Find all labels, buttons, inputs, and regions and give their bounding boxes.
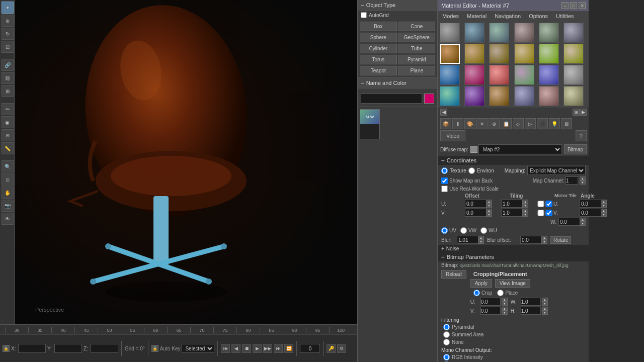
crop-v-up[interactable]: ▲ bbox=[502, 307, 508, 311]
rgb-intensity-radio[interactable] bbox=[443, 354, 450, 360]
u-offset-down[interactable]: ▼ bbox=[486, 204, 492, 208]
swatch-21[interactable] bbox=[514, 86, 534, 106]
modes-menu[interactable]: Modes bbox=[438, 12, 463, 20]
stop-btn[interactable]: ⏹ bbox=[242, 344, 251, 353]
grid-toggle-icon[interactable]: ⊞ bbox=[573, 109, 580, 116]
w-angle-input[interactable] bbox=[558, 218, 580, 226]
x-input[interactable] bbox=[18, 344, 46, 353]
v-angle-input[interactable] bbox=[580, 209, 601, 217]
close-btn[interactable]: ✕ bbox=[579, 2, 586, 9]
crop-w-down[interactable]: ▼ bbox=[542, 302, 548, 306]
u-tiling-up[interactable]: ▲ bbox=[522, 200, 528, 204]
torus-btn[interactable]: Torus bbox=[360, 55, 397, 64]
swatch-16[interactable] bbox=[539, 65, 559, 85]
maximize-btn[interactable]: □ bbox=[570, 2, 577, 9]
collapse-btn[interactable]: – bbox=[361, 2, 364, 9]
swatch-15[interactable] bbox=[514, 65, 534, 85]
place-radio[interactable] bbox=[497, 290, 504, 296]
crop-w-input[interactable] bbox=[521, 298, 541, 306]
w-angle-up[interactable]: ▲ bbox=[580, 218, 586, 222]
v-offset-down[interactable]: ▼ bbox=[486, 213, 492, 217]
swatch-19[interactable] bbox=[464, 86, 485, 106]
u-angle-input[interactable] bbox=[580, 200, 601, 208]
play-btn[interactable]: ▶ bbox=[253, 344, 262, 353]
blur-offset-input[interactable] bbox=[520, 236, 541, 244]
uv-radio[interactable] bbox=[441, 227, 448, 234]
paste-tool[interactable]: 📋 bbox=[501, 118, 512, 129]
key-icon[interactable]: 🔑 bbox=[327, 344, 336, 353]
swatch-4[interactable] bbox=[539, 23, 559, 43]
copy-tool[interactable]: ⊕ bbox=[489, 118, 500, 129]
lock-icon[interactable]: 🔒 bbox=[3, 345, 10, 352]
swatch-20[interactable] bbox=[489, 86, 509, 106]
swatch-11[interactable] bbox=[564, 44, 584, 64]
map-channel-down[interactable]: ▼ bbox=[580, 180, 586, 185]
reset-tool[interactable]: ✕ bbox=[476, 118, 488, 129]
go-end-btn[interactable]: ⏭ bbox=[274, 344, 283, 353]
u-angle-up[interactable]: ▲ bbox=[601, 200, 607, 204]
pyramidal-radio[interactable] bbox=[443, 324, 450, 330]
v-tiling-down[interactable]: ▼ bbox=[522, 213, 528, 217]
crop-w-up[interactable]: ▲ bbox=[542, 298, 548, 302]
v-tile-checkbox[interactable] bbox=[545, 210, 552, 216]
crop-u-down[interactable]: ▼ bbox=[502, 302, 508, 306]
y-input[interactable] bbox=[54, 344, 82, 353]
assign-material-tool[interactable]: 🎨 bbox=[464, 118, 475, 129]
swatch-5[interactable] bbox=[564, 23, 584, 43]
teapot-btn[interactable]: Teapot bbox=[360, 66, 397, 75]
pyramid-btn[interactable]: Pyramid bbox=[398, 55, 436, 64]
swatch-13[interactable] bbox=[464, 65, 485, 85]
v-offset-up[interactable]: ▲ bbox=[486, 209, 492, 213]
u-tile-checkbox[interactable] bbox=[545, 201, 552, 207]
swatch-14[interactable] bbox=[489, 65, 509, 85]
crop-h-down[interactable]: ▼ bbox=[542, 311, 548, 315]
tube-btn[interactable]: Tube bbox=[398, 44, 436, 53]
crop-h-up[interactable]: ▲ bbox=[542, 307, 548, 311]
u-tiling-down[interactable]: ▼ bbox=[522, 204, 528, 208]
options-menu[interactable]: Options bbox=[525, 12, 552, 20]
plane-btn[interactable]: Plane bbox=[398, 66, 436, 75]
reload-btn[interactable]: Reload bbox=[441, 270, 466, 279]
loop-btn[interactable]: 🔁 bbox=[284, 344, 293, 353]
box-btn[interactable]: Box bbox=[360, 22, 397, 31]
u-angle-down[interactable]: ▼ bbox=[601, 204, 607, 208]
get-material-tool[interactable]: 📦 bbox=[440, 118, 451, 129]
video-tool[interactable]: Video bbox=[440, 130, 465, 141]
v-angle-down[interactable]: ▼ bbox=[601, 213, 607, 217]
backlight-tool[interactable]: 💡 bbox=[549, 118, 560, 129]
real-world-checkbox[interactable] bbox=[441, 186, 448, 192]
auto-key-dropdown[interactable]: Selected bbox=[182, 344, 214, 353]
bitmap-btn[interactable]: Bitmap bbox=[564, 144, 587, 154]
show-map-checkbox[interactable] bbox=[441, 177, 448, 184]
viewport-canvas[interactable]: ✦ ⊕ ↻ ⊡ 🔗 ⛓ ⊞ ✏ ◉ ⊛ 📏 🔍 ⊙ ✋ 📷 👁 bbox=[0, 0, 357, 324]
crop-u-up[interactable]: ▲ bbox=[502, 298, 508, 302]
v-mirror-checkbox[interactable] bbox=[537, 210, 544, 216]
geosphere-btn[interactable]: GeoSphere bbox=[398, 33, 436, 42]
bitmap-collapse-btn[interactable]: – bbox=[441, 253, 445, 260]
name-input-field[interactable] bbox=[361, 94, 422, 104]
swatch-9[interactable] bbox=[514, 44, 534, 64]
go-start-btn[interactable]: ⏮ bbox=[221, 344, 230, 353]
u-offset-up[interactable]: ▲ bbox=[486, 200, 492, 204]
u-mirror-checkbox[interactable] bbox=[537, 201, 544, 207]
crop-u-input[interactable] bbox=[480, 298, 501, 306]
map-channel-up[interactable]: ▲ bbox=[580, 176, 586, 180]
blur-up[interactable]: ▲ bbox=[478, 236, 484, 240]
blur-input[interactable] bbox=[457, 236, 478, 244]
wu-radio[interactable] bbox=[480, 227, 487, 234]
z-input[interactable] bbox=[91, 344, 118, 353]
preview-tool[interactable]: ▷ bbox=[525, 118, 536, 129]
swatch-12[interactable] bbox=[440, 65, 460, 85]
settings-icon[interactable]: ⚙ bbox=[337, 344, 346, 353]
unique-tool[interactable]: ◇ bbox=[513, 118, 524, 129]
blur-offset-up[interactable]: ▲ bbox=[541, 236, 547, 240]
navigation-menu[interactable]: Navigation bbox=[491, 12, 525, 20]
environ-radio[interactable] bbox=[468, 167, 475, 174]
swatch-6[interactable] bbox=[440, 44, 460, 64]
texture-radio[interactable] bbox=[441, 167, 448, 174]
none-filter-radio[interactable] bbox=[443, 339, 450, 345]
cylinder-btn[interactable]: Cylinder bbox=[360, 44, 397, 53]
auto-key-lock-icon[interactable]: 🔒 bbox=[151, 345, 158, 352]
background-tool[interactable]: ⬛ bbox=[537, 118, 548, 129]
u-tiling-input[interactable] bbox=[501, 200, 522, 208]
